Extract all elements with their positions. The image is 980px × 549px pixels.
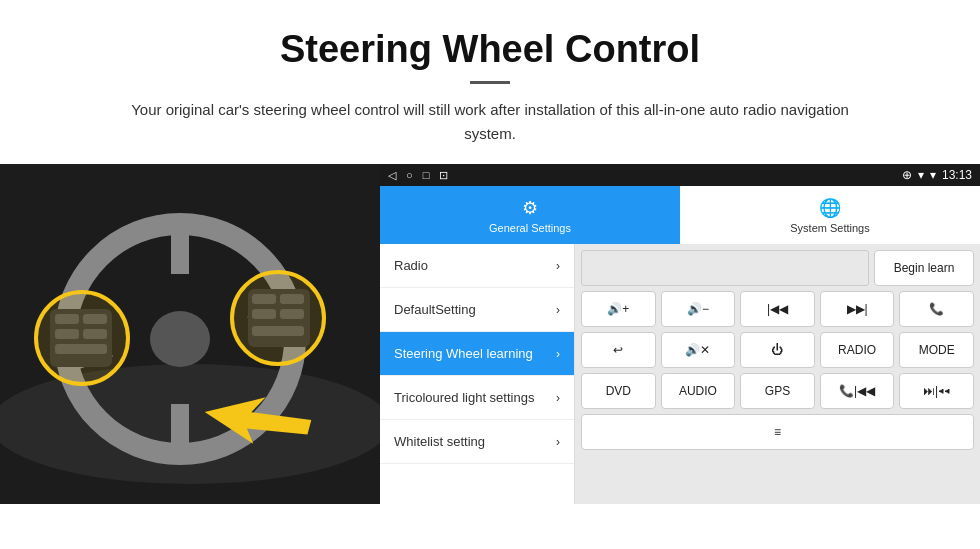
- empty-input-box: [581, 250, 869, 286]
- menu-item-whitelist-label: Whitelist setting: [394, 434, 485, 449]
- chevron-right-icon-2: ›: [556, 303, 560, 317]
- svg-point-21: [232, 272, 324, 364]
- radio-mode-button[interactable]: RADIO: [820, 332, 895, 368]
- header-section: Steering Wheel Control Your original car…: [0, 0, 980, 164]
- menu-item-radio[interactable]: Radio ›: [380, 244, 574, 288]
- recents-nav-icon[interactable]: □: [423, 169, 430, 181]
- tab-general[interactable]: ⚙ General Settings: [380, 186, 680, 244]
- tab-bar: ⚙ General Settings 🌐 System Settings: [380, 186, 980, 244]
- menu-item-radio-label: Radio: [394, 258, 428, 273]
- apps-nav-icon[interactable]: ⊡: [439, 169, 448, 182]
- mode-button[interactable]: MODE: [899, 332, 974, 368]
- mute-button[interactable]: 🔊✕: [661, 332, 736, 368]
- svg-point-1: [0, 364, 380, 484]
- skip-prev-icon: ⏭|◀◀: [923, 384, 950, 398]
- menu-item-tricoloured-label: Tricoloured light settings: [394, 390, 534, 405]
- content-area: ◁ ○ □ ⊡ ⊕ ▾ ▾ 13:13 ⚙ General Settings 🌐…: [0, 164, 980, 504]
- volume-down-button[interactable]: 🔊−: [661, 291, 736, 327]
- home-nav-icon[interactable]: ○: [406, 169, 413, 181]
- chevron-right-icon-5: ›: [556, 435, 560, 449]
- ctrl-row-5: ≡: [581, 414, 974, 450]
- chevron-right-icon-3: ›: [556, 347, 560, 361]
- back-nav-icon[interactable]: ◁: [388, 169, 396, 182]
- svg-point-7: [150, 311, 210, 367]
- back-button[interactable]: ↩: [581, 332, 656, 368]
- gps-button[interactable]: GPS: [740, 373, 815, 409]
- phone-icon: 📞: [929, 302, 944, 316]
- general-settings-icon: ⚙: [522, 197, 538, 219]
- system-settings-icon: 🌐: [819, 197, 841, 219]
- control-panel: Begin learn 🔊+ 🔊− |◀◀ ▶▶|: [575, 244, 980, 504]
- menu-list: Radio › DefaultSetting › Steering Wheel …: [380, 244, 575, 504]
- prev-track-button[interactable]: |◀◀: [740, 291, 815, 327]
- car-image-svg: [0, 164, 380, 504]
- signal-icon: ▾: [930, 168, 936, 182]
- begin-learn-button[interactable]: Begin learn: [874, 250, 974, 286]
- ctrl-row-1: Begin learn: [581, 250, 974, 286]
- menu-item-default-setting[interactable]: DefaultSetting ›: [380, 288, 574, 332]
- chevron-right-icon-4: ›: [556, 391, 560, 405]
- status-bar-right: ⊕ ▾ ▾ 13:13: [902, 168, 972, 182]
- next-track-button[interactable]: ▶▶|: [820, 291, 895, 327]
- back-icon: ↩: [613, 343, 623, 357]
- phone-prev-icon: 📞|◀◀: [839, 384, 875, 398]
- mute-icon: 🔊✕: [685, 343, 710, 357]
- header-divider: [470, 81, 510, 84]
- android-panel: ◁ ○ □ ⊡ ⊕ ▾ ▾ 13:13 ⚙ General Settings 🌐…: [380, 164, 980, 504]
- svg-point-20: [36, 292, 128, 384]
- status-bar: ◁ ○ □ ⊡ ⊕ ▾ ▾ 13:13: [380, 164, 980, 186]
- tab-system[interactable]: 🌐 System Settings: [680, 186, 980, 244]
- system-settings-label: System Settings: [790, 222, 869, 234]
- menu-item-whitelist[interactable]: Whitelist setting ›: [380, 420, 574, 464]
- volume-up-button[interactable]: 🔊+: [581, 291, 656, 327]
- clock: 13:13: [942, 168, 972, 182]
- power-icon: ⏻: [771, 343, 783, 357]
- next-track-icon: ▶▶|: [847, 302, 868, 316]
- header-description: Your original car's steering wheel contr…: [130, 98, 850, 146]
- page-title: Steering Wheel Control: [60, 28, 920, 71]
- dvd-button[interactable]: DVD: [581, 373, 656, 409]
- list-button[interactable]: ≡: [581, 414, 974, 450]
- status-bar-left: ◁ ○ □ ⊡: [388, 169, 448, 182]
- wifi-icon: ▾: [918, 168, 924, 182]
- ctrl-row-3: ↩ 🔊✕ ⏻ RADIO MODE: [581, 332, 974, 368]
- menu-item-steering-label: Steering Wheel learning: [394, 346, 533, 361]
- car-image-container: [0, 164, 380, 504]
- ctrl-row-2: 🔊+ 🔊− |◀◀ ▶▶| 📞: [581, 291, 974, 327]
- location-icon: ⊕: [902, 168, 912, 182]
- list-icon: ≡: [774, 425, 781, 439]
- ctrl-row-4: DVD AUDIO GPS 📞|◀◀ ⏭|◀◀: [581, 373, 974, 409]
- general-settings-label: General Settings: [489, 222, 571, 234]
- skip-prev-button[interactable]: ⏭|◀◀: [899, 373, 974, 409]
- volume-up-icon: 🔊+: [607, 302, 629, 316]
- volume-down-icon: 🔊−: [687, 302, 709, 316]
- phone-prev-button[interactable]: 📞|◀◀: [820, 373, 895, 409]
- menu-item-default-label: DefaultSetting: [394, 302, 476, 317]
- prev-track-icon: |◀◀: [767, 302, 788, 316]
- audio-button[interactable]: AUDIO: [661, 373, 736, 409]
- menu-item-tricoloured[interactable]: Tricoloured light settings ›: [380, 376, 574, 420]
- phone-button[interactable]: 📞: [899, 291, 974, 327]
- menu-item-steering-wheel[interactable]: Steering Wheel learning ›: [380, 332, 574, 376]
- power-button[interactable]: ⏻: [740, 332, 815, 368]
- main-split: Radio › DefaultSetting › Steering Wheel …: [380, 244, 980, 504]
- chevron-right-icon: ›: [556, 259, 560, 273]
